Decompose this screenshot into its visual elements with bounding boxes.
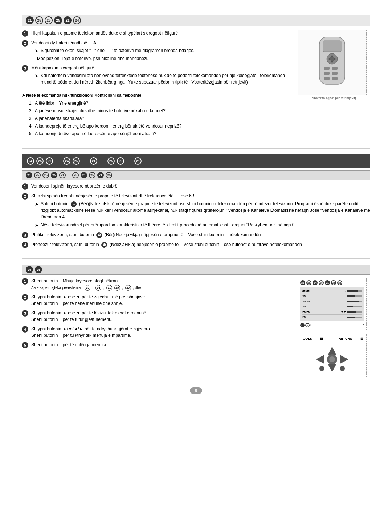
num-2: 2 (22, 40, 28, 47)
ch-circle-24b: 24 (63, 157, 70, 165)
power-icon-2: ⏻ (96, 232, 102, 238)
menu-num-2: 2 (22, 294, 28, 301)
battery-sub-2: Mos pёzjeni llojet e baterive, psh alkal… (35, 55, 290, 62)
return-icon-small: ⊞ (360, 337, 363, 340)
section-divider-2 (22, 258, 370, 259)
battery-sub-3-text: Kdi bateritëla vendosini ato nënjëvend t… (41, 72, 290, 85)
tools-return-row: TOOLS ⊞ RETURN ⊞ (301, 337, 363, 340)
diag-circle-1: 21 (300, 280, 305, 285)
sub-circle-21: 21 (26, 172, 32, 178)
svg-marker-16 (328, 364, 336, 372)
right-diagrams: 21 25 24 25 21 25 25 25 25 7 (298, 278, 370, 377)
note-list: 1 A ëtë lidbr Yne energjinë? 2 A janëven… (29, 100, 290, 137)
input-slider: ◄► (340, 310, 362, 314)
battery-sub-3: ➤ Kdi bateritëla vendosini ato nënjëvend… (35, 72, 290, 85)
num-icon: 7 (345, 289, 347, 293)
ch-sub-2: ➤ Nëse televizori ndizet për brërapardis… (35, 222, 370, 229)
menu-row-input: 25 25 ◄► (302, 309, 362, 315)
return-label: RETURN (339, 337, 352, 340)
remote-dashed-box: → (298, 30, 367, 95)
remote-image: → Vbaterità zgjsin për retnmjëvit) (298, 30, 370, 138)
menu-circle-25b: 25 (35, 266, 42, 273)
svg-marker-17 (316, 355, 324, 364)
bottom-circles-right: ↩ (361, 323, 364, 327)
ch-circle-24a: 24 (27, 157, 34, 165)
ch-slider (347, 301, 362, 302)
ch-circle-21c: 21 (134, 157, 142, 165)
diagram-header: 21 25 24 25 21 25 25 (300, 280, 364, 285)
svg-rect-13 (332, 77, 338, 80)
bot-icon-1: ⊡ (310, 323, 313, 327)
menu-item-2-text: Shtypni butonin ▲ ose ▼ për të zgjedhur … (31, 294, 290, 307)
note-item-5: 5 A ka ndonjëdritëvë apo ntëfluorescënte… (29, 130, 290, 137)
ch-num-4: 4 (22, 242, 28, 248)
ch-item-1: 1 Vendoseni spinën kryesore nëprizën e d… (22, 183, 370, 190)
ch-sub-1: ➤ Shtuni butonin ⏻ (Bër)(NdezjaFikja) në… (35, 201, 370, 220)
circle-25c: 25 (54, 16, 62, 24)
svg-marker-18 (340, 355, 348, 364)
battery-section: 21 25 25 25 21 24 1 Hiqni kapakun e pasm… (22, 15, 370, 138)
sub-circle-25a: 25 (34, 172, 41, 178)
battery-main: 1 Hiqni kapakun e pasme tëelekomandës du… (22, 30, 290, 138)
ch-num-1: 1 (22, 183, 28, 190)
menu-row-ch: 25 25 (302, 299, 362, 304)
channel-sub-header: 21 25 25 25 21 25 21 25 21 25 (22, 170, 370, 180)
bot-return-icon: ↩ (361, 323, 364, 327)
sub-circle-21d: 21 (97, 172, 104, 178)
circle-25a: 25 (35, 16, 43, 24)
circle-21a: 21 (26, 16, 34, 24)
svg-point-22 (340, 366, 345, 371)
detail-circle-24: 24 (95, 285, 101, 291)
svg-rect-8 (324, 67, 330, 70)
nav-buttons-container (301, 345, 363, 374)
menu-item-4: 4 Shtypni butonin ▲/▼/◄/► për të ndryshu… (22, 326, 290, 339)
menu-label-input: 25 25 (302, 310, 310, 314)
detail-circle-25c: 25 (125, 285, 131, 291)
diagram-bottom: 21 5 ⊡ ↩ (300, 323, 364, 327)
menu-main: 1 Sheni butonin Mhuja kryesore sfaqt nëk… (22, 278, 290, 377)
remote-caption: Vbaterità zgjsin për retnmjëvit) (298, 96, 370, 100)
note-item-1: 1 A ëtë lidbr Yne energjinë? (29, 100, 290, 106)
battery-content: 1 Hiqni kapakun e pasme tëelekomandës du… (22, 30, 370, 138)
detail-circle-21: 21 (106, 285, 112, 291)
menu-item-1-text: Sheni butonin Mhuja kryesore sfaqt nëkra… (31, 278, 290, 291)
note-item-4: 4 A ka ndëpreje të energjisë apo kordoni… (29, 123, 290, 129)
ch-sub-1-text: Shtuni butonin ⏻ (Bër)(NdezjaFikja) nëpj… (41, 201, 370, 220)
header-circles: 21 25 25 25 21 24 (26, 16, 81, 24)
setup-slider (347, 306, 362, 307)
menu-item-2: 2 Shtypni butonin ▲ ose ▼ për të zgjedhu… (22, 294, 290, 307)
nav-cross-svg (314, 345, 350, 374)
menu-item-3: 3 Shtypni butonin ▲ ose ▼ për të lëvizur… (22, 310, 290, 323)
ch-item-2-text: Shtazhi spinën tregobt nëpjesën e prapme… (31, 193, 370, 229)
tools-icon-small: ⊞ (320, 337, 323, 340)
menu-item-4-text: Shtypni butonin ▲/▼/◄/► për të ndryshuar… (31, 326, 290, 339)
battery-item-2-text: Vendosni dy bateri tënadbisë A ➤ Siguroh… (31, 40, 290, 62)
menu-label-sound: 25 (302, 294, 306, 298)
num-3: 3 (22, 65, 28, 72)
page-number-container: 9 (22, 387, 370, 394)
sub-circle-25d: 25 (72, 172, 79, 178)
ch-item-3-text: Pthfikur televizorin, stuni butonin ⏻ (B… (31, 231, 370, 238)
note-item-3: 3 A janëbaterità skarkuara? (29, 115, 290, 122)
menu-item-3-text: Shtypni butonin ▲ ose ▼ për të lëvizur t… (31, 310, 290, 323)
ch-num-3: 3 (22, 232, 28, 238)
arrow-icon-1: ➤ (35, 48, 38, 54)
tools-return-panel: TOOLS ⊞ RETURN ⊞ (298, 334, 367, 377)
diag-circle-7: 25 (337, 280, 342, 285)
battery-item-3: 3 Mëni kapakun siçregobt nëfigurë ➤ Kdi … (22, 65, 290, 85)
sub-circle-25f: 25 (106, 172, 112, 178)
menu-num-5: 5 (22, 342, 28, 348)
ch-item-4: 4 Ptëndezur televizorin, stuni butonin ⏻… (22, 241, 370, 248)
battery-item-3-text: Mëni kapakun siçregobt nëfigurë ➤ Kdi ba… (31, 65, 290, 85)
diag-circle-6: 25 (331, 280, 336, 285)
diag-circle-2: 25 (306, 280, 311, 285)
diag-circle-4: 25 (319, 280, 324, 285)
menu-diagram: 21 25 24 25 21 25 25 25 25 7 (298, 278, 367, 330)
menu-circle-25a: 25 (26, 266, 33, 273)
menu-num-4: 4 (22, 326, 28, 332)
menu-item-5-text: Sheni butonin për të dalënga menuja. (31, 342, 290, 348)
diag-circle-5: 21 (325, 280, 330, 285)
battery-section-header: 21 25 25 25 21 24 (22, 15, 370, 26)
channel-section: 24 25 21 24 25 21 25 25 21 21 25 25 25 2… (22, 154, 370, 248)
menu-section: 25 25 1 Sheni butonin Mhuja kryesore sfa… (22, 265, 370, 377)
